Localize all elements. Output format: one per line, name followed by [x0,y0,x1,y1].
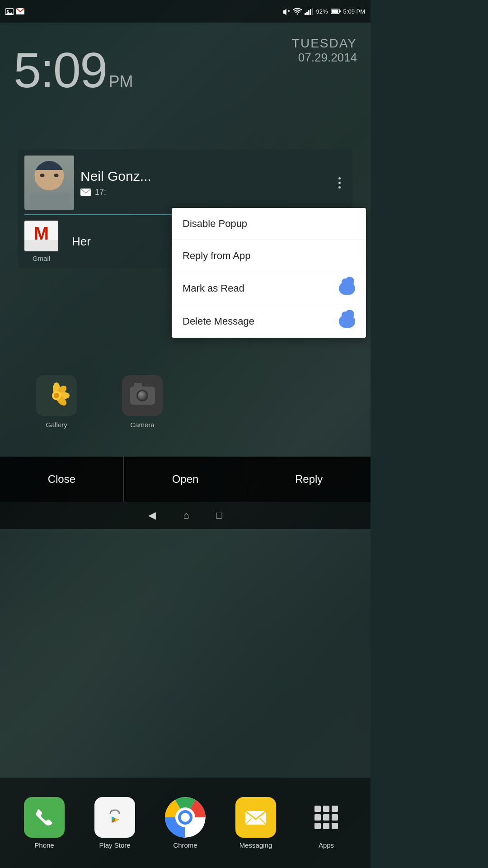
svg-point-1 [7,10,9,12]
dock-chrome[interactable]: Chrome [165,797,206,849]
play-store-icon [94,797,135,838]
mail-icon [80,189,91,196]
more-options-button[interactable] [333,173,346,193]
dock-messaging[interactable]: Messaging [235,797,276,849]
delete-message-cloud-icon [339,315,355,328]
messaging-icon [235,797,276,838]
svg-rect-9 [312,8,313,15]
back-nav-icon[interactable]: ◀ [148,509,156,521]
contact-name: Neil Gonz... [80,169,326,184]
camera-icon [122,375,163,416]
wallpaper [0,0,371,868]
svg-rect-5 [305,13,306,15]
mute-icon [282,7,290,15]
contact-avatar [24,156,74,210]
context-menu: Disable Popup Reply from App Mark as Rea… [172,208,366,338]
svg-rect-7 [308,10,310,15]
notification-meta: 17: [80,188,326,197]
clock-date-container: TUESDAY 07.29.2014 [292,36,357,65]
mark-as-read-menu-item[interactable]: Mark as Read [172,272,366,305]
svg-rect-11 [331,10,338,13]
svg-point-28 [181,813,190,822]
open-button[interactable]: Open [124,457,248,502]
chrome-icon [165,797,206,838]
battery-icon [331,8,341,14]
svg-rect-6 [306,12,308,15]
status-left-icons [5,7,24,15]
phone-icon [24,797,65,838]
apps-grid-icon [306,797,347,838]
svg-point-19 [54,393,59,398]
wifi-icon [293,8,302,15]
nav-bar: ◀ ⌂ □ [0,502,371,529]
notification-header: Neil Gonz... 17: [18,149,352,214]
close-button[interactable]: Close [0,457,124,502]
gmail-app-icon: M Gmail [24,221,58,262]
camera-app[interactable]: Camera [104,375,181,429]
dock-phone[interactable]: Phone [24,797,65,849]
signal-icon [305,8,314,15]
gallery-app[interactable]: Gallery [18,375,95,429]
reply-from-app-menu-item[interactable]: Reply from App [172,240,366,272]
image-status-icon [5,7,14,15]
action-bar: Close Open Reply [0,457,371,502]
reply-button[interactable]: Reply [247,457,371,502]
dock-play-store[interactable]: Play Store [94,797,135,849]
svg-rect-12 [339,10,341,12]
homescreen-apps-grid: Gallery Camera [18,375,352,429]
dock-apps[interactable]: Apps [306,797,347,849]
mark-as-read-cloud-icon [339,282,355,295]
svg-rect-8 [310,9,311,15]
recent-nav-icon[interactable]: □ [216,509,222,521]
clock-status: 5:09 PM [343,8,365,15]
battery-percentage: 92% [316,8,328,15]
disable-popup-menu-item[interactable]: Disable Popup [172,208,366,240]
status-bar: 92% 5:09 PM [0,0,371,23]
gmail-status-icon [16,7,24,15]
delete-message-menu-item[interactable]: Delete Message [172,305,366,338]
notification-info: Neil Gonz... 17: [80,169,326,197]
home-nav-icon[interactable]: ⌂ [183,509,189,521]
gallery-icon [36,375,77,416]
status-right-icons: 92% 5:09 PM [282,7,365,15]
dock: Phone Play Store [0,778,371,868]
